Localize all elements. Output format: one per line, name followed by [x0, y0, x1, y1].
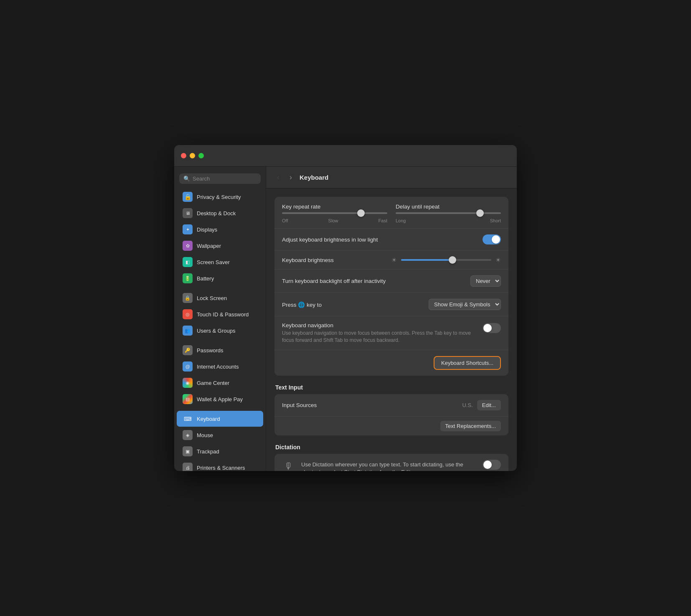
desktop-dock-icon: 🖥: [183, 208, 193, 218]
key-repeat-slider[interactable]: [282, 212, 387, 214]
brightness-low-icon: ☀: [391, 257, 397, 263]
key-repeat-label-fast: Fast: [379, 218, 387, 223]
key-repeat-group: Key repeat rate Off Slow Fast: [282, 204, 387, 223]
main-content: 🔍 🔒 Privacy & Security 🖥 Desktop & Dock …: [174, 167, 517, 471]
sliders-row: Key repeat rate Off Slow Fast: [274, 197, 508, 229]
delay-until-repeat-label: Delay until repeat: [396, 204, 501, 210]
keyboard-navigation-title: Keyboard navigation: [282, 322, 483, 328]
key-repeat-label: Key repeat rate: [282, 204, 387, 210]
adjust-brightness-label: Adjust keyboard brightness in low light: [282, 237, 483, 243]
game-center-icon: ◉: [183, 378, 193, 388]
sidebar-item-label: Privacy & Security: [197, 194, 241, 200]
keyboard-navigation-sublabel: Use keyboard navigation to move focus be…: [282, 330, 483, 344]
microphone-icon: 🎙: [282, 460, 295, 471]
brightness-thumb: [449, 256, 456, 264]
right-panel: ‹ › Keyboard Key repeat rate: [266, 167, 517, 471]
sidebar-item-label: Passwords: [197, 347, 224, 354]
sidebar-item-label: Wallet & Apple Pay: [197, 396, 243, 402]
sidebar-item-game-center[interactable]: ◉ Game Center: [177, 375, 263, 391]
mouse-icon: ◈: [183, 430, 193, 440]
sidebar-item-internet-accounts[interactable]: @ Internet Accounts: [177, 359, 263, 374]
search-input[interactable]: [193, 176, 257, 182]
shortcuts-row: Keyboard Shortcuts...: [274, 350, 508, 376]
brightness-track: [401, 259, 491, 261]
sidebar-item-label: Screen Saver: [197, 259, 230, 265]
sidebar-item-users-groups[interactable]: 👥 Users & Groups: [177, 323, 263, 339]
dictation-text: Use Dictation wherever you can type text…: [301, 461, 477, 471]
minimize-button[interactable]: [190, 153, 195, 158]
delay-until-repeat-slider[interactable]: [396, 212, 501, 214]
text-replacements-button[interactable]: Text Replacements...: [440, 421, 501, 431]
sidebar-item-mouse[interactable]: ◈ Mouse: [177, 427, 263, 443]
adjust-brightness-toggle[interactable]: [483, 234, 501, 244]
adjust-brightness-row: Adjust keyboard brightness in low light: [274, 229, 508, 251]
sidebar-item-lock-screen[interactable]: 🔒 Lock Screen: [177, 290, 263, 306]
sidebar-item-battery[interactable]: 🔋 Battery: [177, 270, 263, 286]
delay-label-long: Long: [396, 218, 406, 223]
brightness-slider[interactable]: ☀ ☀: [391, 257, 501, 263]
panel-title: Keyboard: [300, 174, 328, 181]
battery-icon: 🔋: [183, 273, 193, 283]
maximize-button[interactable]: [198, 153, 204, 158]
sidebar-item-screen-saver[interactable]: ◧ Screen Saver: [177, 254, 263, 270]
press-globe-dropdown[interactable]: Show Emoji & Symbols: [429, 299, 501, 310]
close-button[interactable]: [181, 153, 186, 158]
turn-backlight-label: Turn keyboard backlight off after inacti…: [282, 278, 470, 284]
keyboard-icon: ⌨: [183, 414, 193, 424]
dictation-description: Use Dictation wherever you can type text…: [301, 460, 477, 471]
delay-track: [396, 212, 501, 214]
keyboard-shortcuts-button[interactable]: Keyboard Shortcuts...: [434, 356, 501, 370]
search-box: 🔍: [179, 173, 261, 184]
passwords-icon: 🔑: [183, 345, 193, 355]
sidebar-item-displays[interactable]: ✦ Displays: [177, 221, 263, 237]
forward-button[interactable]: ›: [287, 172, 295, 183]
sidebar-item-wallpaper[interactable]: ✿ Wallpaper: [177, 238, 263, 254]
text-input-card: Input Sources U.S. Edit... Text Replacem…: [274, 394, 508, 435]
key-repeat-labels: Off Slow Fast: [282, 218, 387, 223]
sidebar-item-trackpad[interactable]: ▣ Trackpad: [177, 443, 263, 459]
input-source-right: U.S. Edit...: [462, 400, 501, 410]
sidebar-item-label: Keyboard: [197, 416, 220, 422]
delay-thumb: [476, 209, 484, 217]
sidebar-item-keyboard[interactable]: ⌨ Keyboard: [177, 411, 263, 427]
internet-accounts-icon: @: [183, 361, 193, 372]
touch-id-icon: ◎: [183, 309, 193, 319]
sidebar-item-passwords[interactable]: 🔑 Passwords: [177, 342, 263, 358]
press-globe-row: Press 🌐 key to Show Emoji & Symbols: [274, 293, 508, 316]
settings-window: 🔍 🔒 Privacy & Security 🖥 Desktop & Dock …: [174, 145, 517, 471]
sidebar-item-touch-id[interactable]: ◎ Touch ID & Password: [177, 306, 263, 322]
sidebar-item-label: Lock Screen: [197, 295, 227, 301]
traffic-lights: [181, 153, 204, 158]
dictation-section-header: Dictation: [274, 444, 508, 451]
input-sources-label: Input Sources: [282, 402, 462, 408]
wallet-icon: ▤: [183, 394, 193, 404]
input-source-value: U.S.: [462, 402, 473, 408]
sidebar-item-label: Internet Accounts: [197, 364, 239, 370]
sidebar-item-privacy-security[interactable]: 🔒 Privacy & Security: [177, 189, 263, 205]
sidebar-item-printers-scanners[interactable]: 🖨 Printers & Scanners: [177, 460, 263, 471]
dictation-toggle-knob: [483, 461, 492, 469]
sidebar-item-label: Wallpaper: [197, 243, 221, 249]
input-sources-edit-button[interactable]: Edit...: [477, 400, 501, 410]
search-icon: 🔍: [183, 176, 190, 182]
keyboard-brightness-row: Keyboard brightness ☀ ☀: [274, 251, 508, 270]
privacy-security-icon: 🔒: [183, 192, 193, 202]
sidebar-item-wallet-apple-pay[interactable]: ▤ Wallet & Apple Pay: [177, 391, 263, 407]
delay-labels: Long Short: [396, 218, 501, 223]
dictation-toggle[interactable]: [483, 460, 501, 470]
printers-icon: 🖨: [183, 463, 193, 471]
turn-backlight-dropdown[interactable]: Never: [470, 275, 501, 287]
sidebar-item-desktop-dock[interactable]: 🖥 Desktop & Dock: [177, 205, 263, 221]
key-repeat-thumb: [357, 209, 365, 217]
brightness-high-icon: ☀: [495, 257, 501, 263]
back-button[interactable]: ‹: [274, 172, 282, 183]
key-repeat-label-off: Off: [282, 218, 288, 223]
keyboard-navigation-toggle[interactable]: [483, 323, 501, 333]
wallpaper-icon: ✿: [183, 241, 193, 251]
displays-icon: ✦: [183, 224, 193, 234]
input-sources-row: Input Sources U.S. Edit...: [274, 394, 508, 417]
sidebar: 🔍 🔒 Privacy & Security 🖥 Desktop & Dock …: [174, 167, 266, 471]
sidebar-item-label: Mouse: [197, 432, 213, 438]
key-repeat-card: Key repeat rate Off Slow Fast: [274, 197, 508, 376]
keyboard-navigation-row: Keyboard navigation Use keyboard navigat…: [274, 316, 508, 350]
